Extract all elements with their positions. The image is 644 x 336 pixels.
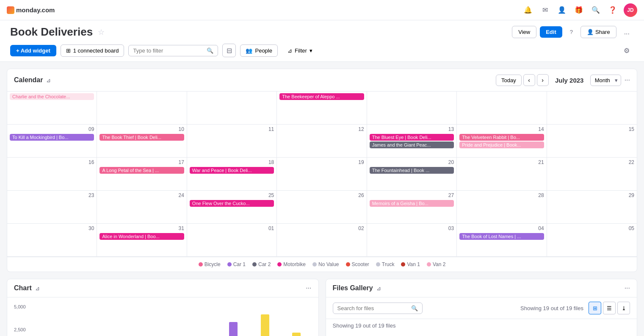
inbox-icon[interactable]: ✉ [539, 4, 551, 16]
chart-bar[interactable] [292, 333, 301, 336]
calendar-day-number: 26 [279, 192, 364, 198]
question-icon[interactable]: ❓ [607, 4, 619, 16]
calendar-day-number: 24 [100, 192, 184, 198]
calendar-day-number: 09 [10, 126, 94, 132]
calendar-event[interactable]: The Book of Lost Names | ... [459, 233, 544, 240]
connected-board-button[interactable]: ⊞ 1 connected board [61, 44, 124, 57]
grid-view-button[interactable]: ⊞ [589, 302, 601, 314]
view-button[interactable]: View [512, 26, 536, 38]
share-icon: 👤 [587, 29, 594, 35]
legend-dot [346, 262, 350, 267]
calendar-cell: 21 [457, 158, 547, 191]
bell-icon[interactable]: 🔔 [522, 4, 534, 16]
files-search-container: 🔍 [333, 303, 423, 314]
legend-label: Car 2 [258, 261, 271, 267]
calendar-event[interactable]: The Fountainhead | Book ... [370, 167, 454, 174]
calendar-event[interactable]: James and the Giant Peac... [370, 142, 454, 148]
favorite-star-icon[interactable]: ☆ [98, 28, 105, 37]
filter-input[interactable] [133, 47, 204, 54]
calendar-day-number: 22 [550, 159, 634, 165]
legend-item: Car 1 [227, 261, 246, 267]
bookmark-icon[interactable]: ⊟ [222, 44, 236, 57]
filter-button[interactable]: ⊿ Filter ▾ [282, 44, 318, 57]
calendar-cell [367, 92, 457, 125]
calendar-cell: 02 [277, 224, 367, 257]
calendar-day-number: 29 [550, 192, 634, 198]
calendar-event[interactable]: The Book Thief | Book Deli... [100, 134, 184, 141]
files-gallery-header: Files Gallery ⊿ ··· [326, 279, 637, 297]
settings-button[interactable]: ⚙ [619, 44, 634, 57]
calendar-event[interactable]: Alice in Wonderland | Boo... [100, 233, 184, 240]
add-widget-button[interactable]: + Add widget [10, 45, 56, 56]
calendar-cell: 12 [277, 125, 367, 158]
list-view-button[interactable]: ☰ [603, 302, 616, 314]
calendar-widget: Calendar ⊿ Today ‹ › July 2023 Month ···… [7, 69, 637, 272]
files-gallery-filter-icon[interactable]: ⊿ [376, 285, 381, 292]
download-button[interactable]: ⤓ [617, 302, 630, 314]
month-view-select-wrapper: Month [590, 75, 621, 86]
files-search-input[interactable] [337, 305, 409, 311]
calendar-event[interactable]: A Long Petal of the Sea | ... [100, 167, 184, 174]
brand-logo[interactable]: monday.com [7, 6, 55, 14]
calendar-day-number: 05 [550, 225, 634, 231]
calendar-cell: 01 [187, 224, 277, 257]
calendar-day-number: 10 [100, 126, 184, 132]
next-month-button[interactable]: › [537, 74, 549, 86]
calendar-cell: 23 [7, 191, 97, 224]
toolbar: + Add widget ⊞ 1 connected board 🔍 ⊟ 👥 P… [10, 44, 634, 61]
calendar-more-button[interactable]: ··· [625, 76, 630, 84]
calendar-cell [547, 92, 637, 125]
legend-dot [199, 262, 203, 267]
calendar-event[interactable]: To Kill a Mockingbird | Bo... [10, 134, 94, 141]
edit-button[interactable]: Edit [540, 26, 562, 38]
legend-item: Scooter [346, 261, 369, 267]
calendar-filter-icon[interactable]: ⊿ [46, 77, 51, 83]
calendar-day-number: 11 [190, 126, 274, 132]
gift-icon[interactable]: 🎁 [573, 4, 585, 16]
files-gallery-more-button[interactable]: ··· [625, 284, 630, 292]
filter-funnel-icon: ⊿ [287, 47, 292, 54]
search-icon[interactable]: 🔍 [590, 4, 602, 16]
today-button[interactable]: Today [496, 75, 522, 86]
calendar-cell: 31Alice in Wonderland | Boo... [97, 224, 187, 257]
legend-label: Scooter [352, 261, 369, 267]
legend-dot [277, 262, 282, 267]
chart-bar[interactable] [261, 314, 269, 336]
help-button[interactable]: ? [566, 26, 577, 38]
files-count: Showing 19 out of 19 files [520, 305, 583, 311]
calendar-cell: 17A Long Petal of the Sea | ... [97, 158, 187, 191]
prev-month-button[interactable]: ‹ [523, 74, 535, 86]
chart-filter-icon[interactable]: ⊿ [35, 285, 40, 292]
legend-label: Van 2 [433, 261, 445, 267]
people-filter-button[interactable]: 👥 People [240, 44, 277, 57]
legend-item: Motorbike [277, 261, 306, 267]
calendar-event[interactable]: Memoirs of a Geisha | Bo... [370, 200, 454, 207]
brand-name: monday.com [16, 6, 55, 14]
legend-dot [312, 262, 317, 267]
calendar-event[interactable]: One Flew Over the Cucko... [190, 200, 274, 207]
share-button[interactable]: 👤 Share [580, 26, 616, 38]
calendar-event[interactable]: The Velveteen Rabbit | Bo... [459, 134, 544, 141]
calendar-event[interactable]: Pride and Prejudice | Book... [459, 142, 544, 148]
legend-label: Bicycle [205, 261, 221, 267]
calendar-day-number: 30 [10, 225, 94, 231]
legend-label: Truck [382, 261, 395, 267]
calendar-event[interactable]: Charlie and the Chocolate... [10, 93, 94, 100]
avatar[interactable]: JD [624, 3, 637, 17]
chart-bar[interactable] [229, 322, 238, 336]
calendar-event[interactable]: The Bluest Eye | Book Deli... [370, 134, 454, 141]
calendar-navigation: Today ‹ › July 2023 Month [496, 74, 621, 86]
legend-dot [401, 262, 405, 267]
files-toolbar: 🔍 Showing 19 out of 19 files ⊞ ☰ ⤓ [326, 297, 637, 319]
chart-more-button[interactable]: ··· [306, 284, 311, 292]
calendar-day-number: 04 [459, 225, 544, 231]
chart-header: Chart ⊿ ··· [7, 279, 318, 297]
month-view-select[interactable]: Month [590, 75, 621, 86]
calendar-day-number: 15 [550, 126, 634, 132]
calendar-event[interactable]: War and Peace | Book Deli... [190, 167, 274, 174]
legend-label: Motorbike [283, 261, 306, 267]
files-search-icon: 🔍 [411, 305, 418, 311]
people-icon[interactable]: 👤 [556, 4, 568, 16]
more-options-button[interactable]: ... [620, 26, 634, 39]
calendar-event[interactable]: The Beekeeper of Aleppo ... [279, 93, 364, 100]
